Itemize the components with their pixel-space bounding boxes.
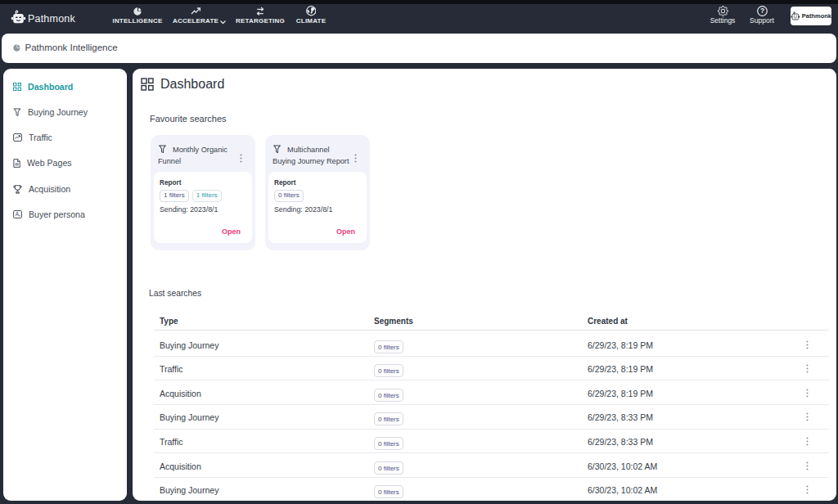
svg-text:A: A (16, 211, 20, 217)
svg-text:?: ? (759, 7, 764, 15)
